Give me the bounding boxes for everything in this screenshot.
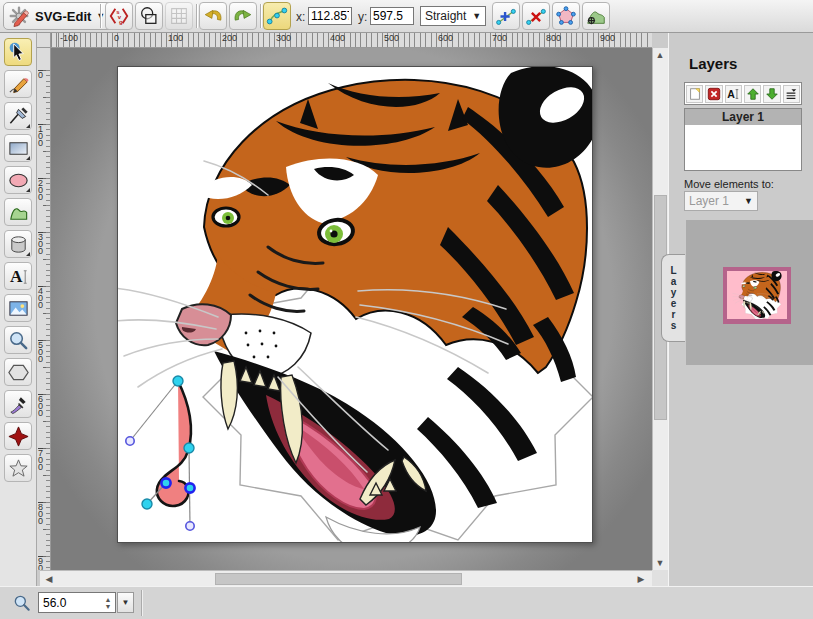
- vruler-label: 8 0 0: [38, 504, 43, 525]
- x-coordinate-input[interactable]: [308, 7, 352, 25]
- tool-path-button[interactable]: [4, 198, 32, 226]
- add-subpath-button[interactable]: [582, 2, 610, 30]
- node-edit-mode-button[interactable]: [263, 2, 291, 30]
- layers-side-tab[interactable]: Layers: [661, 254, 685, 342]
- path-node-selected[interactable]: [185, 483, 194, 492]
- scroll-right-arrow-icon[interactable]: ▶: [634, 572, 648, 586]
- zoom-preset-dropdown[interactable]: ▼: [117, 592, 134, 613]
- tool-star-button[interactable]: [4, 454, 32, 482]
- control-point[interactable]: [186, 522, 194, 530]
- layers-tab-letter: r: [672, 309, 676, 320]
- tool-pencil-button[interactable]: [4, 70, 32, 98]
- chevron-down-icon: ▼: [744, 196, 753, 206]
- vertical-ruler: 01 0 02 0 03 0 04 0 05 0 06 0 07 0 08 0 …: [37, 48, 51, 570]
- scroll-down-arrow-icon[interactable]: ▼: [653, 556, 667, 570]
- scroll-up-arrow-icon[interactable]: ▲: [653, 48, 667, 62]
- zoom-level-input[interactable]: [39, 596, 101, 610]
- hexagon-icon: [7, 361, 30, 384]
- tool-polygon-button[interactable]: [4, 358, 32, 386]
- redo-button[interactable]: [229, 2, 257, 30]
- flyout-arrow-icon: [26, 184, 30, 192]
- flyout-arrow-icon: [26, 152, 30, 160]
- delete-layer-button[interactable]: [705, 85, 722, 103]
- layer-buttons-bar: A: [684, 82, 802, 105]
- horizontal-scroll-thumb[interactable]: [215, 573, 462, 585]
- source-code-icon: s v g: [108, 5, 130, 27]
- add-node-button[interactable]: [492, 2, 520, 30]
- vruler-label: 7 0 0: [38, 450, 43, 471]
- move-layer-up-button[interactable]: [744, 85, 761, 103]
- path-edit-overlay: [126, 376, 195, 530]
- toolbar-separator: [260, 4, 261, 28]
- segment-type-select[interactable]: Straight ▼: [420, 6, 486, 26]
- rename-layer-button[interactable]: A: [725, 85, 742, 103]
- zoom-spinner[interactable]: ▲▼: [101, 596, 115, 610]
- bottom-toolbar: ▲▼ ▼: [0, 586, 813, 619]
- drawing-canvas[interactable]: [117, 66, 593, 543]
- delete-layer-icon: [707, 87, 721, 101]
- preview-zone: [686, 220, 813, 365]
- hruler-label: 300: [276, 33, 291, 43]
- tool-select-button[interactable]: [4, 38, 32, 66]
- layers-panel-title: Layers: [689, 55, 737, 72]
- artwork-thumbnail-frame: [723, 267, 791, 324]
- layer-row-selected[interactable]: Layer 1: [685, 109, 801, 125]
- tool-shape-library-button[interactable]: [4, 230, 32, 258]
- add-subpath-icon: [585, 5, 607, 27]
- magnifier-icon: [7, 329, 30, 352]
- y-coordinate-input[interactable]: [370, 7, 414, 25]
- move-layer-down-button[interactable]: [763, 85, 780, 103]
- chevron-down-icon: ▼: [472, 11, 481, 21]
- toolbar-separator: [100, 4, 101, 28]
- hruler-label: 800: [546, 33, 561, 43]
- path-node[interactable]: [142, 499, 152, 509]
- layers-tab-letter: e: [671, 298, 677, 309]
- scrollbar-corner: [652, 570, 668, 586]
- wireframe-button[interactable]: [135, 2, 163, 30]
- tool-line-button[interactable]: [4, 102, 32, 130]
- x-coordinate-label: x:: [296, 10, 305, 24]
- grid-button[interactable]: [165, 2, 193, 30]
- layers-tab-letter: s: [671, 320, 677, 331]
- layer-list[interactable]: Layer 1: [684, 108, 802, 171]
- hruler-label: 700: [492, 33, 507, 43]
- hruler-label: 100: [168, 33, 183, 43]
- tool-shape-cross-button[interactable]: [4, 422, 32, 450]
- layers-panel: Layers A Layer 1 Move elements to: Layer…: [668, 33, 813, 586]
- path-icon: [7, 201, 30, 224]
- layers-tab-letter: a: [671, 276, 677, 287]
- control-point[interactable]: [126, 437, 134, 445]
- layer-menu-button[interactable]: [783, 85, 800, 103]
- move-elements-select[interactable]: Layer 1 ▼: [684, 191, 758, 211]
- hruler-label: -100: [60, 33, 78, 43]
- tool-image-button[interactable]: [4, 294, 32, 322]
- menu-caret-icon: [784, 87, 798, 101]
- tool-text-button[interactable]: A: [4, 262, 32, 290]
- open-path-button[interactable]: [552, 2, 580, 30]
- vruler-label: 2 0 0: [38, 180, 43, 201]
- tool-rect-button[interactable]: [4, 134, 32, 162]
- canvas-workspace[interactable]: [51, 48, 652, 570]
- horizontal-scrollbar[interactable]: ◀ ▶: [40, 570, 652, 586]
- path-node[interactable]: [184, 443, 194, 453]
- hruler-label: 200: [222, 33, 237, 43]
- delete-node-icon: [525, 5, 547, 27]
- path-node-selected[interactable]: [161, 478, 170, 487]
- bottom-separator: [141, 590, 142, 616]
- horizontal-ruler: -1000100200300400500600700800900100: [51, 33, 652, 48]
- layers-tab-letter: y: [671, 287, 677, 298]
- scroll-left-arrow-icon[interactable]: ◀: [42, 572, 56, 586]
- undo-button[interactable]: [199, 2, 227, 30]
- ruler-corner: [37, 33, 51, 48]
- tool-eyedropper-button[interactable]: [4, 390, 32, 418]
- delete-node-button[interactable]: [522, 2, 550, 30]
- new-layer-button[interactable]: [686, 85, 703, 103]
- main-menu-button[interactable]: SVG-Edit ▼: [3, 2, 114, 30]
- tool-ellipse-button[interactable]: [4, 166, 32, 194]
- grid-icon: [168, 5, 190, 27]
- vruler-label: 5 0 0: [38, 342, 43, 363]
- text-icon: A: [7, 265, 30, 288]
- tool-zoom-button[interactable]: [4, 326, 32, 354]
- path-node[interactable]: [173, 376, 183, 386]
- source-code-button[interactable]: s v g: [105, 2, 133, 30]
